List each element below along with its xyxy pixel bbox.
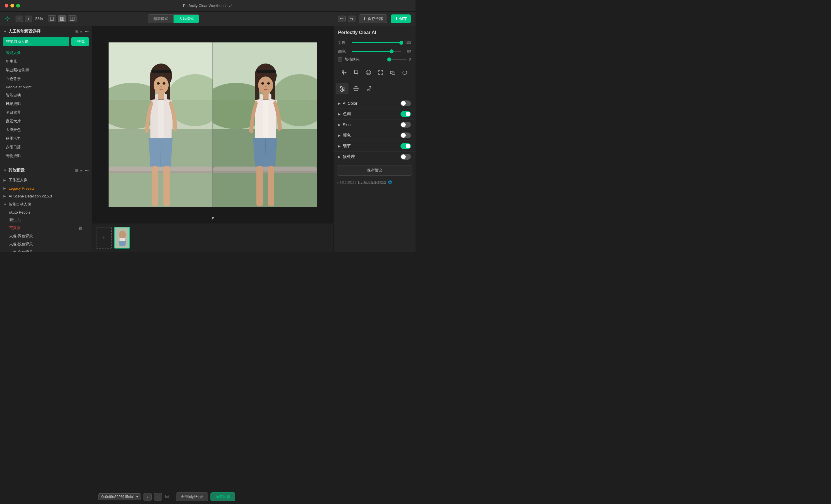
minimize-button[interactable]	[10, 4, 14, 7]
right-divider	[334, 97, 416, 97]
undo-button[interactable]: ↩	[338, 16, 346, 22]
filmstrip-thumbnail[interactable]	[114, 227, 130, 248]
color-fill	[352, 51, 392, 52]
skin-toggle[interactable]	[400, 122, 411, 127]
processed-image-panel	[213, 42, 317, 207]
crop-tool-icon[interactable]	[352, 68, 361, 77]
preset-item-sunset[interactable]: 夕阳日落	[0, 143, 92, 152]
zoom-out-button[interactable]: −	[16, 16, 23, 22]
other-more-icon[interactable]: •••	[85, 168, 89, 173]
rotate-tool-icon[interactable]	[400, 68, 409, 77]
preset-item-auto[interactable]: 智能自动	[0, 91, 92, 99]
sub-item-portrait-light[interactable]: 人像-浅色背景	[0, 240, 92, 248]
enhance-skin-checkbox[interactable]	[338, 57, 342, 61]
resize-tool-icon[interactable]	[389, 68, 397, 77]
preset-item-smart-portrait[interactable]: 智能人像	[0, 49, 92, 57]
collapsible-legacy[interactable]: ▶ Legacy Presets	[0, 184, 92, 192]
preset-item-autumn[interactable]: 秋季活力	[0, 134, 92, 143]
enhance-skin-slider[interactable]	[389, 59, 406, 60]
zoom-in-button[interactable]: +	[25, 16, 32, 22]
view-split-button[interactable]	[58, 15, 66, 22]
color-toggle[interactable]	[400, 132, 411, 138]
collapsible-studio[interactable]: ▶ 工作室人像	[0, 176, 92, 184]
maximize-button[interactable]	[16, 4, 20, 7]
preset-item-newborn[interactable]: 新生儿	[0, 57, 92, 66]
detail-toggle[interactable]	[400, 143, 411, 149]
sub-item-photo[interactable]: 写真照 🗑	[0, 224, 92, 232]
transform-tool-icon[interactable]	[376, 68, 385, 77]
svg-rect-25	[164, 94, 167, 101]
ai-section-header[interactable]: ▼ 人工智能预设选择 ⊞ ≡ •••	[0, 26, 92, 37]
preset-item-white-bg[interactable]: 白色背景	[0, 75, 92, 83]
list-view-icon[interactable]: ≡	[80, 29, 83, 34]
color-thumb[interactable]	[390, 49, 394, 53]
simple-mode-button[interactable]: 精简模式	[148, 15, 174, 23]
svg-rect-47	[263, 99, 268, 138]
preset-item-people-night[interactable]: People at Night	[0, 83, 92, 91]
grid-view-icon[interactable]: ⊞	[75, 29, 78, 34]
more-icon[interactable]: •••	[85, 29, 89, 34]
preset-dropdown[interactable]: 智能自动人像	[3, 37, 69, 46]
filmstrip: + 0e0e99c5226915efa1 ▾ ‹ › 1of1	[92, 223, 333, 252]
color-toggle-row[interactable]: ▶ 颜色	[334, 130, 416, 141]
svg-point-57	[342, 70, 344, 72]
delete-icon[interactable]: 🗑	[79, 226, 83, 231]
sub-item-portrait-dark[interactable]: 人像-深色背景	[0, 232, 92, 240]
detected-button[interactable]: 已检出	[71, 37, 89, 46]
save-button[interactable]: ⬆ 保存	[391, 14, 411, 23]
collapsible-ai-scene[interactable]: ▶ AI Scene Detection v2.5.3	[0, 192, 92, 200]
preset-item-graduation[interactable]: 毕业照/合影照	[0, 66, 92, 75]
preset-item-desert[interactable]: 大漠景色	[0, 125, 92, 134]
sub-item-newborn2[interactable]: 新生儿	[0, 216, 92, 224]
preset-item-night-big[interactable]: 夜景大片	[0, 117, 92, 125]
tone-toggle[interactable]	[400, 111, 411, 117]
titlebar: Perfectly Clear Workbench v4	[0, 0, 416, 11]
save-all-button[interactable]: ⬆ 保存全部	[359, 14, 387, 23]
ai-color-toggle-row[interactable]: ▶ AI Color	[334, 98, 416, 109]
svg-rect-40	[256, 70, 276, 73]
view-single-button[interactable]	[48, 15, 56, 22]
other-grid-icon[interactable]: ⊞	[75, 168, 78, 173]
ai-scene-label: AI Scene Detection v2.5.3	[9, 194, 52, 198]
skin-toggle-row[interactable]: ▶ Skin	[334, 119, 416, 130]
strength-slider[interactable]	[352, 42, 401, 43]
save-preset-button[interactable]: 保存预设	[337, 165, 412, 176]
sub-item-portrait-white[interactable]: 人像-白色背景	[0, 248, 92, 252]
close-button[interactable]	[5, 4, 8, 7]
preset-item-pet[interactable]: 宠物摄影	[0, 152, 92, 160]
svg-point-64	[369, 71, 370, 72]
svg-point-17	[153, 77, 169, 94]
redo-button[interactable]: ↪	[348, 16, 355, 22]
version-text: v:4.5.0.2523.i	[337, 181, 356, 184]
collapsible-smart-auto-portrait[interactable]: ▼ 智能自动人像	[0, 200, 92, 209]
strength-thumb[interactable]	[399, 41, 403, 45]
preset-item-winter-snow[interactable]: 冬日雪景	[0, 108, 92, 117]
ai-color-toggle[interactable]	[400, 100, 411, 106]
svg-point-42	[261, 82, 264, 85]
save-icon: ⬆	[395, 17, 398, 21]
enhance-skin-thumb[interactable]	[387, 57, 391, 61]
other-list-icon[interactable]: ≡	[80, 168, 83, 173]
add-photo-button[interactable]: +	[96, 227, 112, 248]
tab-globe[interactable]	[350, 83, 362, 94]
preprocess-toggle-row[interactable]: ▶ 预处理	[334, 152, 416, 162]
color-slider-row: 颜色 80	[334, 47, 416, 56]
face-tool-icon[interactable]	[364, 68, 373, 77]
svg-rect-23	[158, 99, 164, 138]
preset-item-landscape[interactable]: 风景摄影	[0, 99, 92, 108]
tab-sliders[interactable]	[336, 83, 348, 94]
detail-toggle-row[interactable]: ▶ 细节	[334, 141, 416, 152]
sub-item-iauto-people[interactable]: iAuto People	[0, 209, 92, 216]
smart-auto-label: 智能自动人像	[9, 202, 31, 207]
color-slider[interactable]	[352, 51, 401, 52]
tone-toggle-row[interactable]: ▶ 色调	[334, 109, 416, 119]
version-link[interactable]: 打开应用程序管理器	[358, 180, 386, 184]
preprocess-toggle[interactable]	[400, 154, 411, 160]
master-mode-button[interactable]: 大师模式	[174, 15, 199, 23]
adjust-tool-icon[interactable]	[340, 68, 348, 77]
compare-divider-line	[212, 42, 213, 207]
other-section-header[interactable]: ▼ 其他预设 ⊞ ≡ •••	[0, 165, 92, 176]
preprocess-label: 预处理	[343, 154, 400, 159]
tab-brush[interactable]	[364, 83, 376, 94]
view-compare-button[interactable]	[68, 15, 77, 22]
